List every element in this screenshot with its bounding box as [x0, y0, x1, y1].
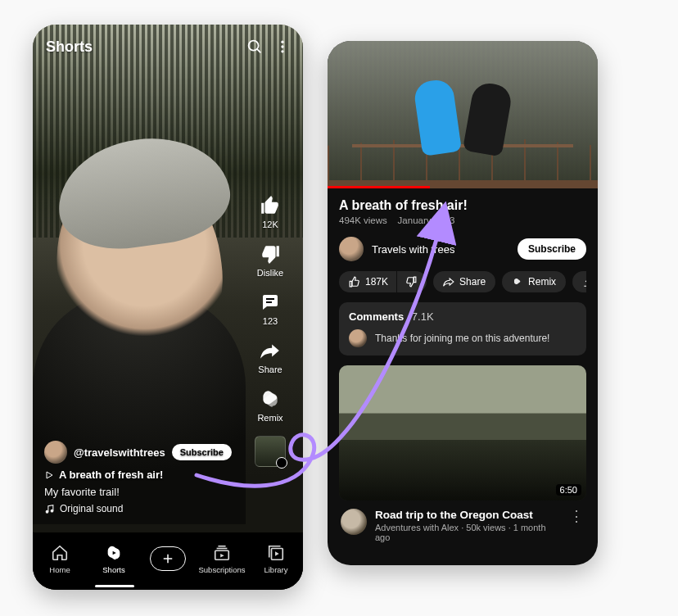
sound-label: Original sound	[60, 503, 123, 514]
chip-like[interactable]: 187K	[339, 271, 396, 292]
nav-create[interactable]	[143, 546, 192, 571]
remix-label: Remix	[257, 413, 282, 423]
shorts-player-phone: Shorts 12K Dislike 123	[33, 25, 303, 590]
nav-shorts-label: Shorts	[102, 565, 124, 574]
watch-meta: 494K views January 2023	[339, 215, 586, 225]
share-icon	[259, 339, 282, 362]
svg-marker-18	[275, 551, 279, 556]
thumbs-up-icon	[349, 276, 360, 288]
rec-channel-avatar[interactable]	[341, 509, 367, 535]
action-chip-row: 187K Share Remix Down	[339, 271, 586, 292]
shorts-caption: My favorite trail!	[44, 486, 237, 498]
subscribe-button[interactable]: Subscribe	[172, 444, 232, 460]
comment-avatar	[349, 329, 367, 347]
channel-avatar[interactable]	[44, 441, 67, 464]
home-icon	[50, 543, 70, 563]
share-icon	[443, 276, 454, 288]
bottom-nav: Home Shorts Subscriptions Library	[33, 532, 303, 590]
comment-count: 123	[263, 316, 278, 326]
nav-home[interactable]: Home	[35, 543, 84, 574]
watch-page-phone: A breath of fresh air! 494K views Januar…	[328, 41, 598, 565]
svg-point-2	[281, 41, 283, 43]
rec-duration: 6:50	[556, 484, 581, 496]
dislike-button[interactable]: Dislike	[257, 242, 283, 278]
svg-line-1	[257, 49, 260, 52]
thumbs-up-icon	[259, 194, 282, 217]
comments-box[interactable]: Comments 7.1K Thanks for joining me on t…	[339, 302, 586, 356]
chip-dislike[interactable]	[397, 271, 427, 292]
dislike-label: Dislike	[257, 268, 283, 278]
remix-icon	[259, 387, 282, 410]
music-note-icon	[44, 504, 55, 514]
remix-icon	[512, 276, 523, 288]
watch-channel-avatar[interactable]	[339, 237, 364, 261]
chip-share[interactable]: Share	[433, 271, 495, 292]
chip-remix[interactable]: Remix	[502, 271, 566, 292]
nav-library-label: Library	[264, 565, 287, 574]
chip-download[interactable]: Down	[572, 271, 586, 292]
nav-subs-label: Subscriptions	[198, 565, 245, 574]
like-button[interactable]: 12K	[259, 194, 282, 229]
svg-marker-7	[47, 472, 52, 478]
sound-thumbnail[interactable]	[255, 436, 286, 467]
comments-button[interactable]: 123	[259, 291, 282, 326]
rec-channel: Adventures with Alex	[375, 523, 459, 532]
watch-subscribe-button[interactable]: Subscribe	[518, 238, 586, 260]
sound-row[interactable]: Original sound	[44, 503, 237, 514]
like-count: 12K	[262, 220, 278, 229]
nav-active-indicator	[95, 585, 134, 587]
chip-remix-label: Remix	[528, 276, 556, 288]
comments-count: 7.1K	[412, 310, 434, 323]
shorts-heading: Shorts	[46, 38, 237, 56]
nav-home-label: Home	[49, 565, 70, 574]
recommendation-card[interactable]: 6:50 Road trip to the Oregon Coast Adven…	[339, 365, 586, 550]
thumbs-down-icon	[259, 242, 282, 265]
more-vert-icon[interactable]: ⋮	[568, 509, 585, 542]
svg-point-0	[249, 41, 259, 51]
svg-point-9	[51, 510, 53, 512]
share-button[interactable]: Share	[258, 339, 282, 374]
svg-point-3	[281, 45, 283, 48]
download-icon	[582, 276, 586, 288]
nav-subscriptions[interactable]: Subscriptions	[197, 543, 246, 574]
watch-date: January 2023	[398, 215, 455, 225]
shorts-icon	[104, 543, 124, 563]
svg-marker-16	[220, 554, 224, 558]
share-label: Share	[258, 365, 282, 374]
plus-circle-icon	[150, 546, 186, 571]
subscriptions-icon	[212, 543, 232, 563]
watch-title[interactable]: A breath of fresh air!	[339, 198, 586, 213]
video-player-area[interactable]	[328, 41, 598, 188]
channel-handle[interactable]: @travelswithtrees	[74, 446, 165, 459]
progress-bar[interactable]	[328, 186, 430, 188]
comment-icon	[259, 291, 282, 314]
svg-point-4	[281, 50, 283, 52]
search-icon[interactable]	[244, 36, 265, 57]
shorts-video-title[interactable]: A breath of fresh air!	[59, 469, 163, 481]
nav-shorts[interactable]: Shorts	[89, 543, 138, 574]
rec-subtitle: Adventures with Alex · 50k views · 1 mon…	[375, 523, 560, 542]
chip-share-label: Share	[459, 276, 486, 288]
svg-point-8	[46, 510, 48, 513]
chip-like-count: 187K	[365, 276, 388, 288]
rec-thumbnail[interactable]: 6:50	[339, 365, 586, 500]
rec-views: 50k views	[466, 523, 505, 532]
thumbs-down-icon	[405, 276, 417, 288]
remix-button[interactable]: Remix	[257, 387, 282, 423]
top-comment-text: Thanks for joining me on this adventure!	[375, 333, 549, 344]
library-icon	[266, 543, 286, 563]
watch-channel-name[interactable]: Travels with trees	[372, 243, 509, 256]
more-vert-icon[interactable]	[272, 36, 293, 57]
play-outline-icon	[44, 470, 54, 480]
watch-views: 494K views	[339, 215, 387, 225]
nav-library[interactable]: Library	[251, 543, 301, 574]
rec-title: Road trip to the Oregon Coast	[375, 509, 560, 521]
comments-label: Comments	[349, 310, 404, 323]
